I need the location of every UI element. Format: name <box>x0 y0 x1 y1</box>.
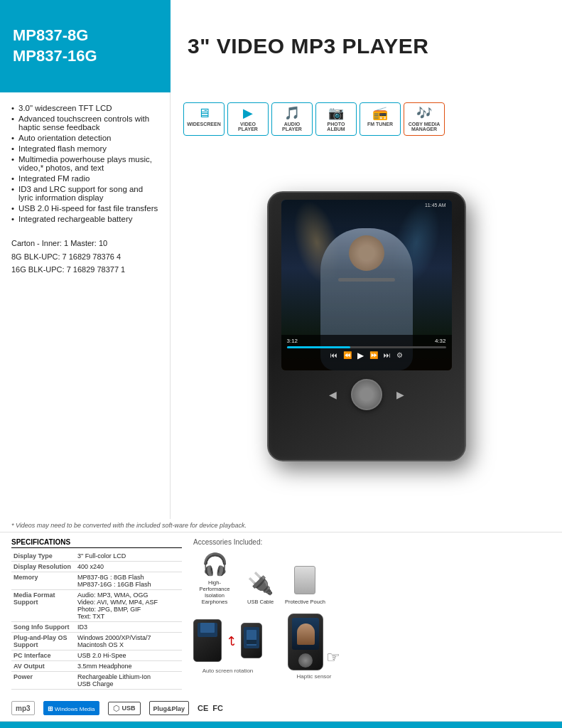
spec-label: Plug-and-Play OS Support <box>11 633 75 651</box>
spec-row: Song Info Support ID3 <box>11 622 182 633</box>
plug-play-logo: Plug&Play <box>149 701 190 715</box>
right-panel: 🖥 WIDESCREEN ▶ VIDEO PLAYER 🎵 AUDIO PLAY… <box>171 92 562 519</box>
feature-item: USB 2.0 Hi-speed for fast file transfers <box>11 203 158 213</box>
spec-value: 400 x240 <box>75 562 182 572</box>
audio-icon: 🎵 <box>284 107 300 119</box>
spec-row: AV Output 3.5mm Headphone <box>11 661 182 672</box>
haptic-device: ☞ Haptic sensor <box>288 614 340 680</box>
product-title: 3" VIDEO MP3 PLAYER <box>188 34 428 58</box>
video-icon: ▶ <box>243 107 253 119</box>
spec-value: 3.5mm Headphone <box>75 661 182 672</box>
icon-widescreen: 🖥 WIDESCREEN <box>183 102 225 136</box>
widescreen-icon: 🖥 <box>198 107 210 119</box>
fwd-nav[interactable]: ▶ <box>396 389 404 400</box>
spec-label: Media Format Support <box>11 590 75 622</box>
specs-table: Display Type 3" Full-color LCD Display R… <box>11 551 182 690</box>
rotation-info: ↩ Auto screen rotation <box>193 614 551 680</box>
spec-row: Plug-and-Play OS Support Windows 2000/XP… <box>11 633 182 651</box>
mp3-logo: mp3 <box>11 701 35 715</box>
prev-button[interactable]: ⏮ <box>330 351 337 359</box>
photo-icon: 📷 <box>328 107 344 119</box>
icon-fm: 📻 FM TUNER <box>360 102 401 136</box>
spec-value: ID3 <box>75 622 182 633</box>
accessories-right: Accessories Included: 🎧 High-Performance… <box>193 538 551 690</box>
ce-mark: CE <box>198 704 208 712</box>
spec-label: Display Resolution <box>11 562 75 572</box>
windows-logo: ⊞ Windows Media <box>43 701 99 715</box>
accessories-items: 🎧 High-Performance Isolation Earphones 🔌… <box>193 552 551 605</box>
spec-label: Display Type <box>11 551 75 562</box>
device-screen: 11:45 AM 3:12 4:32 ⏮ ⏪ ▶ <box>281 200 452 370</box>
spec-value: USB 2.0 Hi-Spee <box>75 651 182 661</box>
specs-title: SPECIFICATIONS <box>11 538 182 548</box>
pouch-icon <box>294 566 315 594</box>
usb-icon: 🔌 <box>247 571 274 596</box>
spec-value: Rechargeable Lithium-Ion USB Charge <box>75 672 182 690</box>
haptic-mini-device <box>288 614 323 670</box>
feature-item: Auto orientation detection <box>11 132 158 143</box>
icon-media-manager: 🎶 COBY MEDIA MANAGER <box>404 102 445 136</box>
spec-row: Media Format Support Audio: MP3, WMA, OG… <box>11 590 182 622</box>
settings-button[interactable]: ⚙ <box>396 351 403 359</box>
icon-photo: 📷 PHOTO ALBUM <box>315 102 357 136</box>
spec-value: Windows 2000/XP/Vista/7 Macintosh OS X <box>75 633 182 651</box>
accessory-pouch: Protective Pouch <box>285 566 325 605</box>
accessory-earphones: 🎧 High-Performance Isolation Earphones <box>193 552 236 605</box>
feature-item: Integrated FM radio <box>11 173 158 183</box>
mini-device-portrait2 <box>241 623 262 658</box>
header-left-panel: MP837-8G MP837-16G <box>0 0 171 92</box>
usb-icon-logo: ⬡ <box>113 704 120 713</box>
windows-label: ⊞ <box>48 705 55 712</box>
accessories-title: Accessories Included: <box>193 538 551 546</box>
footnote: * Videos may need to be converted with t… <box>0 519 562 532</box>
accessory-usb: 🔌 USB Cable <box>247 571 274 605</box>
specs-section: SPECIFICATIONS Display Type 3" Full-colo… <box>0 532 562 695</box>
spec-value: MP837-8G : 8GB Flash MP837-16G : 16GB Fl… <box>75 572 182 590</box>
feature-item: Multimedia powerhouse plays music, video… <box>11 154 158 173</box>
model-number: MP837-8G MP837-16G <box>13 26 158 66</box>
spec-label: PC Interface <box>11 651 75 661</box>
spec-row: Power Rechargeable Lithium-Ion USB Charg… <box>11 672 182 690</box>
play-button[interactable]: ▶ <box>357 350 364 360</box>
hand-pointer-icon: ☞ <box>326 648 340 667</box>
media-manager-icon: 🎶 <box>416 107 432 119</box>
spec-row: Display Type 3" Full-color LCD <box>11 551 182 562</box>
usb-logo: ⬡ USB <box>108 702 141 715</box>
features-list: 3.0" widescreen TFT LCD Advanced touchsc… <box>11 102 158 224</box>
left-panel: 3.0" widescreen TFT LCD Advanced touchsc… <box>0 92 171 519</box>
center-wheel[interactable] <box>351 379 382 410</box>
device-image-area: 11:45 AM 3:12 4:32 ⏮ ⏪ ▶ <box>183 143 549 509</box>
icon-audio: 🎵 AUDIO PLAYER <box>271 102 313 136</box>
feature-icons-row: 🖥 WIDESCREEN ▶ VIDEO PLAYER 🎵 AUDIO PLAY… <box>183 102 445 136</box>
earphones-icon: 🎧 <box>202 552 228 577</box>
main-content: 3.0" widescreen TFT LCD Advanced touchsc… <box>0 92 562 519</box>
mini-device-portrait <box>193 619 222 662</box>
spec-value: 3" Full-color LCD <box>75 551 182 562</box>
spec-row: PC Interface USB 2.0 Hi-Spee <box>11 651 182 661</box>
spec-label: Song Info Support <box>11 622 75 633</box>
specs-left: SPECIFICATIONS Display Type 3" Full-colo… <box>11 538 182 690</box>
spec-label: AV Output <box>11 661 75 672</box>
footer: COBY® www.cobyusa.com and www.ecoby.com … <box>0 722 562 728</box>
device-controls: ◀ ▶ <box>281 379 452 410</box>
next-button[interactable]: ⏭ <box>384 351 391 359</box>
header: MP837-8G MP837-16G 3" VIDEO MP3 PLAYER <box>0 0 562 92</box>
fm-icon: 📻 <box>372 107 388 119</box>
rotation-arrow-icon: ↩ <box>224 636 239 646</box>
cert-marks: CE FC <box>198 704 223 712</box>
feature-item: Integrated flash memory <box>11 143 158 154</box>
icon-video: ▶ VIDEO PLAYER <box>227 102 269 136</box>
spec-label: Memory <box>11 572 75 590</box>
forward-button[interactable]: ⏩ <box>369 351 378 359</box>
back-nav[interactable]: ◀ <box>329 389 337 400</box>
carton-info: Carton - Inner: 1 Master: 10 8G BLK-UPC:… <box>11 237 158 277</box>
device-mockup: 11:45 AM 3:12 4:32 ⏮ ⏪ ▶ <box>267 191 466 461</box>
spec-row: Display Resolution 400 x240 <box>11 562 182 572</box>
feature-item: ID3 and LRC support for song and lyric i… <box>11 183 158 203</box>
auto-rotation-device: ↩ Auto screen rotation <box>193 619 262 674</box>
header-right-panel: 3" VIDEO MP3 PLAYER <box>171 0 562 92</box>
logos-bar: mp3 ⊞ Windows Media ⬡ USB Plug&Play CE F… <box>0 695 562 721</box>
feature-item: Advanced touchscreen controls with hapti… <box>11 113 158 132</box>
feature-item: Integrated rechargeable battery <box>11 213 158 224</box>
rewind-button[interactable]: ⏪ <box>343 351 352 359</box>
